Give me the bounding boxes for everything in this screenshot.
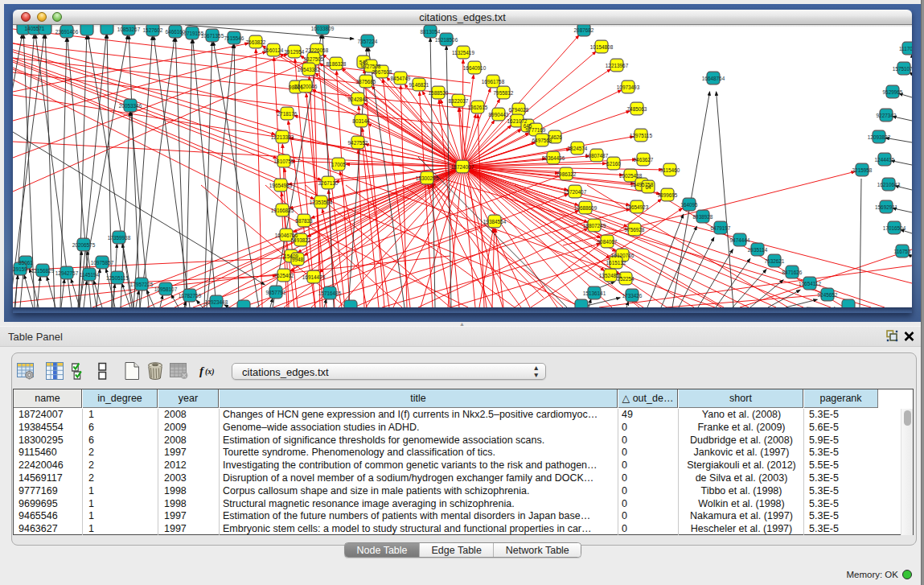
svg-text:15751074: 15751074	[893, 66, 912, 72]
svg-text:9115460: 9115460	[660, 167, 680, 173]
svg-text:16961758: 16961758	[482, 79, 505, 84]
svg-text:62160: 62160	[606, 161, 621, 167]
svg-text:16914479: 16914479	[302, 274, 326, 280]
svg-text:15720407: 15720407	[564, 189, 587, 195]
svg-text:10688609: 10688609	[574, 205, 598, 211]
svg-text:7357224: 7357224	[358, 39, 378, 44]
svg-text:9529965: 9529965	[883, 89, 903, 95]
svg-text:85061: 85061	[18, 260, 33, 266]
svg-text:23691406: 23691406	[55, 29, 79, 35]
svg-text:20053346: 20053346	[119, 103, 142, 109]
svg-text:12156829: 12156829	[31, 268, 55, 274]
svg-text:9474444: 9474444	[730, 237, 750, 243]
svg-text:39159: 39159	[13, 266, 27, 272]
svg-text:18724007: 18724007	[451, 164, 474, 170]
svg-text:803144: 803144	[352, 118, 370, 124]
svg-text:17359938: 17359938	[108, 235, 131, 241]
svg-text:20364436: 20364436	[542, 155, 565, 161]
svg-text:16640910: 16640910	[463, 65, 487, 71]
svg-text:16648764: 16648764	[702, 76, 725, 81]
svg-text:10958107: 10958107	[154, 286, 178, 292]
svg-text:1117064: 1117064	[899, 46, 912, 51]
svg-text:1588520: 1588520	[429, 90, 449, 96]
svg-text:19654923: 19654923	[626, 204, 649, 210]
svg-text:2718176: 2718176	[277, 111, 298, 117]
svg-text:(x): (x)	[205, 367, 215, 377]
svg-text:10671355: 10671355	[201, 33, 224, 39]
svg-text:12353594: 12353594	[310, 200, 333, 205]
svg-text:23226058: 23226058	[306, 47, 329, 53]
svg-text:7955812: 7955812	[494, 90, 514, 96]
svg-text:11325419: 11325419	[452, 50, 474, 56]
svg-text:1405571: 1405571	[25, 26, 45, 31]
svg-text:15716485: 15716485	[318, 290, 342, 296]
svg-text:10853267: 10853267	[117, 27, 141, 32]
svg-text:6794028: 6794028	[509, 107, 529, 113]
svg-text:1244415: 1244415	[875, 157, 895, 163]
svg-text:19384554: 19384554	[483, 219, 507, 225]
svg-text:9245652: 9245652	[818, 292, 838, 298]
svg-text:2087682: 2087682	[574, 27, 594, 33]
svg-text:19218506: 19218506	[435, 37, 458, 43]
svg-text:9777169: 9777169	[526, 127, 546, 133]
svg-text:12923448: 12923448	[205, 299, 228, 305]
svg-text:10154808: 10154808	[590, 44, 614, 50]
svg-text:19654985: 19654985	[269, 183, 293, 188]
svg-text:587833: 587833	[295, 218, 313, 224]
svg-text:3875685: 3875685	[356, 79, 376, 84]
svg-text:1810755: 1810755	[274, 159, 294, 164]
svg-text:9084067: 9084067	[598, 239, 618, 245]
svg-text:22420046: 22420046	[294, 84, 318, 89]
svg-text:12213383: 12213383	[271, 134, 294, 140]
svg-text:17957225: 17957225	[130, 282, 154, 287]
svg-text:7625402: 7625402	[274, 273, 294, 278]
svg-text:10807487: 10807487	[585, 153, 609, 159]
svg-text:10975857: 10975857	[91, 260, 114, 266]
svg-text:1527602: 1527602	[143, 27, 163, 33]
svg-text:3215958: 3215958	[852, 167, 873, 173]
svg-text:9756928: 9756928	[625, 227, 645, 233]
svg-text:1145194: 1145194	[80, 272, 100, 278]
svg-text:7485063: 7485063	[627, 106, 647, 112]
svg-text:6497568: 6497568	[532, 138, 552, 143]
svg-text:7986322: 7986322	[556, 171, 577, 177]
svg-text:8186328: 8186328	[326, 61, 347, 67]
svg-text:12975115: 12975115	[630, 133, 652, 138]
svg-text:15136141: 15136141	[583, 290, 606, 296]
svg-text:19166825: 19166825	[271, 208, 294, 213]
svg-text:9899695: 9899695	[658, 192, 678, 198]
svg-text:7632621: 7632621	[765, 258, 785, 264]
svg-text:252254: 252254	[617, 276, 634, 282]
svg-text:18807249: 18807249	[583, 223, 606, 229]
svg-text:5493822: 5493822	[291, 237, 311, 243]
svg-text:8471626: 8471626	[782, 270, 803, 275]
svg-text:10025438: 10025438	[619, 173, 643, 179]
svg-text:10654112: 10654112	[799, 281, 821, 286]
svg-text:12942757: 12942757	[55, 270, 79, 276]
svg-text:9242848: 9242848	[348, 97, 368, 102]
svg-text:8990443: 8990443	[489, 112, 509, 117]
svg-text:18300295: 18300295	[416, 175, 439, 181]
svg-text:9427552: 9427552	[348, 140, 368, 146]
svg-text:1733426: 1733426	[622, 293, 643, 299]
svg-text:9227342: 9227342	[877, 113, 897, 118]
svg-text:2935114: 2935114	[748, 247, 768, 253]
svg-text:15692911: 15692911	[875, 204, 897, 210]
svg-text:10973493: 10973493	[617, 84, 640, 90]
svg-text:12213967: 12213967	[606, 63, 629, 68]
svg-text:16210643: 16210643	[877, 182, 901, 187]
svg-text:8938928: 8938928	[693, 214, 713, 220]
svg-text:16120746: 16120746	[611, 253, 634, 258]
svg-text:f: f	[199, 365, 205, 377]
svg-text:7515546: 7515546	[224, 35, 244, 41]
svg-text:8454749: 8454749	[391, 76, 411, 81]
svg-text:20206575: 20206575	[72, 242, 96, 248]
svg-text:9327508: 9327508	[361, 64, 381, 69]
svg-text:8660124: 8660124	[264, 47, 284, 53]
svg-text:10543382: 10543382	[298, 67, 321, 72]
svg-text:6479197: 6479197	[711, 225, 731, 231]
svg-text:3824574: 3824574	[568, 146, 588, 151]
svg-text:1362615: 1362615	[468, 105, 488, 110]
svg-text:12093822: 12093822	[868, 134, 891, 140]
svg-text:1615132: 1615132	[606, 260, 626, 266]
